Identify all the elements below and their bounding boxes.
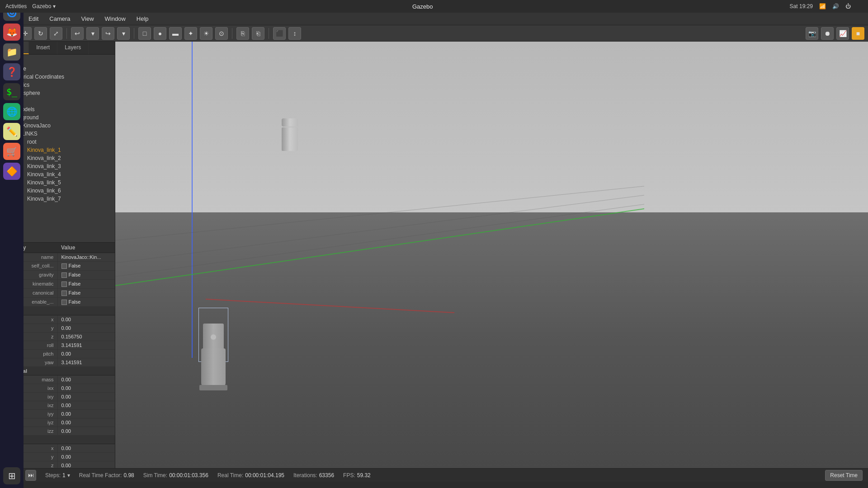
menubar: File Edit Camera View Window Help: [0, 13, 868, 25]
menu-edit[interactable]: Edit: [24, 14, 43, 23]
prop-col-value: Value: [57, 243, 115, 253]
dirlight-btn[interactable]: ☀: [200, 27, 212, 40]
sep2: [134, 28, 134, 39]
menu-camera[interactable]: Camera: [45, 14, 75, 23]
snap-btn[interactable]: ↕: [288, 27, 301, 40]
undo-arrow-btn[interactable]: ▾: [86, 27, 99, 40]
dock-icon-maps[interactable]: 🌐: [3, 103, 20, 120]
viewport[interactable]: [115, 42, 868, 468]
dock-icon-terminal[interactable]: $_: [3, 83, 20, 100]
steps-dropdown[interactable]: ▾: [67, 472, 70, 479]
rtf-item: Real Time Factor: 0.98: [79, 472, 134, 479]
copy-btn[interactable]: ⎘: [236, 27, 249, 40]
wifi-icon: 📶: [819, 3, 826, 9]
dock-icon-help[interactable]: ❓: [3, 63, 20, 80]
align-btn[interactable]: ⬛: [273, 27, 286, 40]
os-dock: 🌀 🦊 📁 ❓ $_ 🌐 ✏️ 🛒 🔶 ⊞: [0, 0, 24, 488]
undo-btn[interactable]: ↩: [71, 27, 84, 40]
statusbar: ⏸ ⏭ Steps: 1 ▾ Real Time Factor: 0.98 Si…: [0, 468, 868, 482]
menu-help[interactable]: Help: [132, 14, 153, 23]
robot-body: [203, 324, 224, 351]
simtime-item: Sim Time: 00:00:01:03.356: [143, 472, 208, 479]
cylinder-btn[interactable]: ▬: [169, 27, 182, 40]
menu-window[interactable]: Window: [100, 14, 130, 23]
dock-icon-notes[interactable]: ✏️: [3, 123, 20, 140]
system-bar: Activities Gazebo ▾ Gazebo Sat 19:29 📶 🔊…: [0, 0, 868, 13]
float-object: [282, 118, 298, 151]
iterations-item: Iterations: 63356: [293, 472, 334, 479]
dock-icon-store[interactable]: 🛒: [3, 143, 20, 160]
screenshot-btn[interactable]: 📷: [806, 27, 818, 40]
sky: [115, 42, 868, 212]
dock-icon-layers[interactable]: 🔶: [3, 163, 20, 180]
float-body: [282, 127, 298, 151]
volume-icon: 🔊: [832, 3, 839, 9]
redo-arrow-btn[interactable]: ▾: [117, 27, 130, 40]
power-icon: ⏻: [845, 3, 851, 9]
datetime: Sat 19:29: [790, 3, 813, 9]
sep1: [66, 28, 67, 39]
paste-btn[interactable]: ⎗: [252, 27, 264, 40]
record-btn[interactable]: ⏺: [821, 27, 834, 40]
rotate-tool-btn[interactable]: ↻: [34, 27, 47, 40]
steps-item: Steps: 1 ▾: [45, 472, 70, 479]
menu-view[interactable]: View: [77, 14, 99, 23]
dock-icon-grid[interactable]: ⊞: [3, 467, 20, 484]
plot-btn[interactable]: 📈: [836, 27, 849, 40]
dock-icon-browser[interactable]: 🦊: [3, 23, 20, 41]
robot-base: [201, 348, 226, 387]
pointlight-btn[interactable]: ✦: [184, 27, 197, 40]
step-btn[interactable]: ⏭: [25, 470, 36, 481]
float-top: [282, 118, 298, 127]
tab-layers[interactable]: Layers: [57, 42, 89, 54]
sep3: [232, 28, 232, 39]
robot-foot: [199, 385, 227, 390]
activities-label[interactable]: Activities: [5, 3, 27, 9]
app-title: Gazebo: [412, 3, 433, 10]
realtime-item: Real Time: 00:00:01:04.195: [217, 472, 284, 479]
robot-model: [199, 296, 236, 387]
tab-insert[interactable]: Insert: [29, 42, 57, 54]
toolbar: ↖ ✛ ↻ ⤢ ↩ ▾ ↪ ▾ □ ● ▬ ✦ ☀ ⊙ ⎘ ⎗ ⬛ ↕ 📷 ⏺ …: [0, 25, 868, 42]
robot-joint: [211, 334, 216, 340]
main-area: World Insert Layers GUI Scene Spherical …: [0, 42, 868, 468]
reset-time-btn[interactable]: Reset Time: [825, 470, 863, 481]
orange-mode-btn[interactable]: ■: [852, 27, 864, 40]
redo-btn[interactable]: ↪: [102, 27, 114, 40]
sep4: [269, 28, 269, 39]
app-menu[interactable]: Gazebo ▾: [32, 3, 55, 9]
sphere-btn[interactable]: ●: [154, 27, 166, 40]
fps-item: FPS: 59.32: [343, 472, 371, 479]
spotlight-btn[interactable]: ⊙: [215, 27, 228, 40]
scale-tool-btn[interactable]: ⤢: [50, 27, 62, 40]
dock-icon-files[interactable]: 📁: [3, 43, 20, 61]
box-btn[interactable]: □: [138, 27, 151, 40]
